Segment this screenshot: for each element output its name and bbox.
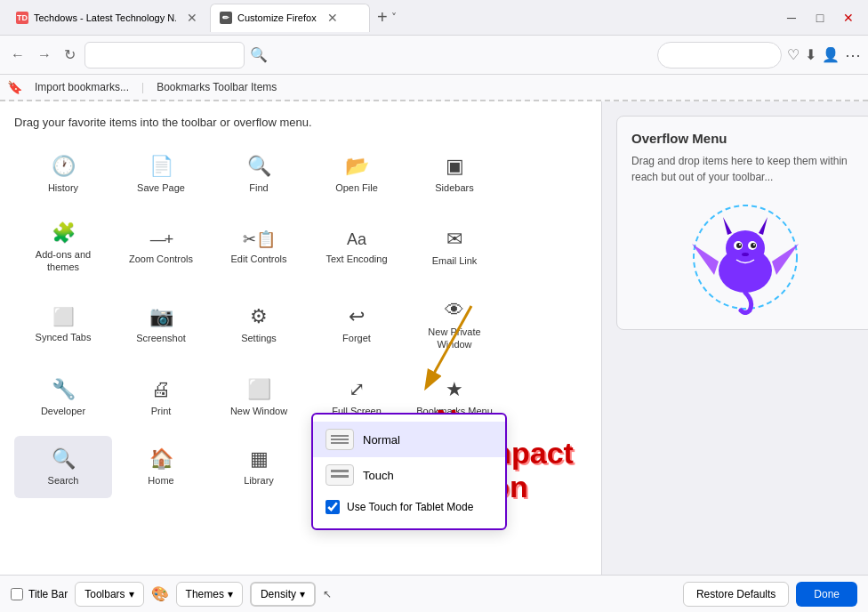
svg-point-14 — [751, 243, 756, 248]
maximize-button[interactable]: □ — [808, 7, 832, 28]
developer-icon: 🔧 — [52, 378, 76, 401]
tool-item-home[interactable]: 🏠 Home — [112, 436, 210, 498]
overflow-title: Overflow Menu — [631, 131, 859, 146]
addons-icon: 🧩 — [52, 221, 76, 245]
refresh-button[interactable]: ↻ — [60, 43, 79, 67]
tool-label-private-window: New Private Window — [411, 326, 498, 351]
tab-close-techdows[interactable]: ✕ — [187, 11, 197, 25]
tool-item-synced-tabs[interactable]: ⬜ Synced Tabs — [14, 290, 112, 360]
tool-label-developer: Developer — [41, 405, 85, 417]
tool-label-open-file: Open File — [335, 181, 378, 194]
density-label: Density — [261, 588, 296, 600]
themes-chevron: ▾ — [228, 588, 233, 600]
normal-density-label: Normal — [363, 433, 400, 447]
density-normal-option[interactable]: Normal — [313, 422, 505, 457]
history-icon: 🕐 — [52, 155, 76, 178]
new-window-icon: ⬜ — [247, 378, 271, 401]
import-bookmarks-button[interactable]: Import bookmarks... — [29, 79, 134, 95]
tool-item-search[interactable]: 🔍 Search — [14, 436, 112, 498]
themes-dropdown[interactable]: Themes ▾ — [176, 582, 243, 607]
tool-item-print[interactable]: 🖨 Print — [112, 366, 210, 429]
window-controls: ─ □ ✕ — [779, 7, 861, 28]
touch-tablet-checkbox[interactable] — [326, 500, 340, 514]
tool-label-zoom: Zoom Controls — [129, 253, 193, 265]
url-input[interactable] — [84, 42, 245, 68]
bookmarks-menu-icon: ★ — [446, 378, 463, 401]
search-bar[interactable] — [657, 42, 782, 68]
svg-point-17 — [742, 253, 749, 256]
edit-icon: ✂📋 — [243, 230, 276, 249]
svg-point-16 — [753, 244, 755, 246]
tool-item-find[interactable]: 🔍 Find — [210, 143, 308, 205]
cursor-pointer: ↖ — [323, 588, 332, 600]
tab-close-customize[interactable]: ✕ — [327, 11, 338, 25]
tool-item-new-window[interactable]: ⬜ New Window — [210, 366, 308, 429]
account-icon[interactable]: 👤 — [822, 46, 840, 63]
touch-tablet-label: Use Touch for Tablet Mode — [347, 501, 473, 513]
tool-label-sidebars: Sidebars — [435, 181, 473, 194]
minimize-button[interactable]: ─ — [779, 7, 804, 28]
svg-point-8 — [726, 230, 765, 266]
density-popup: Normal Touch Use Touch for Tablet Mode — [311, 413, 507, 530]
bookmark-heart-icon[interactable]: ♡ — [787, 46, 800, 63]
new-tab-button[interactable]: + — [377, 7, 388, 28]
tab-label-customize: Customize Firefox — [237, 12, 317, 23]
tool-item-open-file[interactable]: 📂 Open File — [308, 143, 406, 205]
density-touch-option[interactable]: Touch — [313, 457, 505, 493]
themes-label: Themes — [186, 588, 224, 600]
search-tool-icon: 🔍 — [52, 447, 76, 471]
back-button[interactable]: ← — [7, 44, 28, 67]
title-bar-text: Title Bar — [28, 588, 68, 600]
tool-item-zoom[interactable]: —+ Zoom Controls — [112, 213, 210, 283]
toolbars-chevron: ▾ — [129, 588, 134, 600]
tool-item-save-page[interactable]: 📄 Save Page — [112, 143, 210, 205]
tool-item-addons[interactable]: 🧩 Add-ons and themes — [14, 213, 112, 283]
tool-label-screenshot: Screenshot — [136, 332, 186, 344]
private-window-icon: 👁 — [445, 299, 464, 322]
fullscreen-icon: ⤢ — [349, 378, 365, 401]
tool-label-new-window: New Window — [230, 405, 287, 417]
tool-item-edit[interactable]: ✂📋 Edit Controls — [210, 213, 308, 283]
density-dropdown[interactable]: Density ▾ — [250, 582, 316, 607]
tool-item-private-window[interactable]: 👁 New Private Window — [406, 290, 503, 360]
svg-rect-4 — [331, 475, 349, 478]
tool-item-library[interactable]: ▦ Library — [210, 436, 308, 498]
toolbars-dropdown[interactable]: Toolbars ▾ — [75, 582, 143, 607]
tool-item-encoding[interactable]: Aa Text Encoding — [308, 213, 406, 283]
svg-rect-2 — [331, 442, 349, 444]
bookmarks-toolbar-items[interactable]: Bookmarks Toolbar Items — [151, 79, 282, 95]
library-icon: ▦ — [250, 447, 269, 471]
tool-label-email: Email Link — [432, 254, 478, 267]
svg-marker-9 — [723, 217, 732, 235]
download-icon[interactable]: ⬇ — [805, 46, 816, 63]
tab-techdows[interactable]: TD Techdows - Latest Technology N... ✕ — [7, 4, 206, 32]
title-bar-checkbox[interactable] — [11, 588, 23, 600]
tool-item-forget[interactable]: ↩ Forget — [308, 290, 406, 360]
tool-item-screenshot[interactable]: 📷 Screenshot — [112, 290, 210, 360]
tool-label-edit: Edit Controls — [231, 253, 287, 265]
restore-defaults-button[interactable]: Restore Defaults — [683, 582, 789, 607]
tool-item-history[interactable]: 🕐 History — [14, 143, 112, 205]
search-icon[interactable]: 🔍 — [250, 46, 268, 63]
overflow-menu-button[interactable]: ⋯ — [845, 45, 861, 65]
close-button[interactable]: ✕ — [836, 7, 861, 28]
tab-favicon-customize: ✏ — [220, 12, 232, 24]
overflow-desc: Drag and drop items here to keep them wi… — [631, 153, 859, 185]
tool-item-email[interactable]: ✉ Email Link — [406, 213, 503, 283]
forward-button[interactable]: → — [34, 44, 55, 67]
tool-item-developer[interactable]: 🔧 Developer — [14, 366, 112, 429]
synced-tabs-icon: ⬜ — [52, 306, 75, 327]
tool-label-history: History — [48, 181, 78, 194]
tool-item-sidebars[interactable]: ▣ Sidebars — [406, 143, 503, 205]
customize-panel: Drag your favorite items into the toolba… — [0, 101, 601, 575]
tab-list-chevron[interactable]: ˅ — [391, 12, 397, 24]
main-area: Drag your favorite items into the toolba… — [0, 101, 868, 575]
tool-label-print: Print — [151, 405, 172, 417]
tool-item-settings[interactable]: ⚙ Settings — [210, 290, 308, 360]
done-button[interactable]: Done — [796, 582, 857, 607]
tool-label-library: Library — [244, 474, 274, 487]
tab-customize[interactable]: ✏ Customize Firefox ✕ — [210, 4, 370, 32]
dragon-svg — [674, 199, 816, 315]
svg-marker-18 — [692, 244, 719, 275]
tool-label-forget: Forget — [342, 332, 371, 344]
